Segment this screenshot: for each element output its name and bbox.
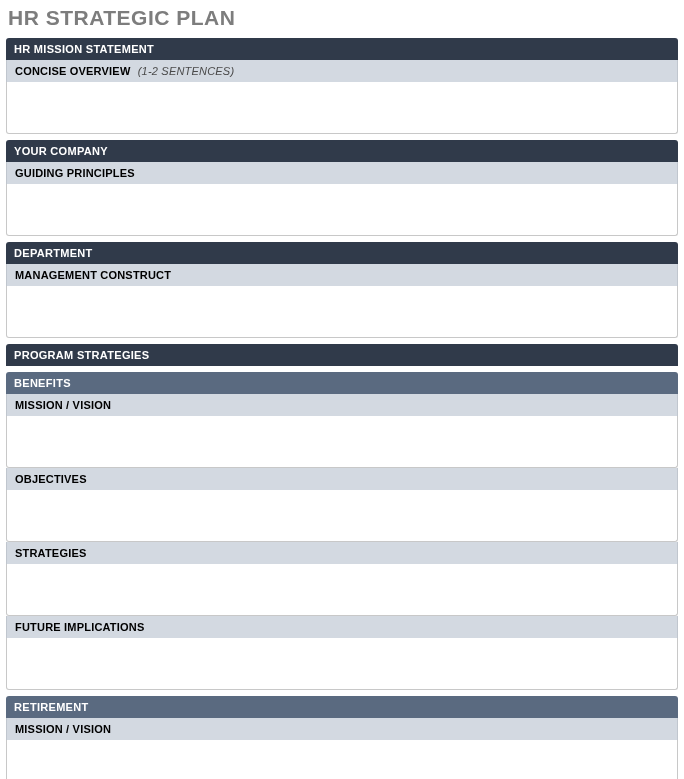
section-company-header: YOUR COMPANY [6,140,678,162]
section-mission-header: HR MISSION STATEMENT [6,38,678,60]
mission-content-area[interactable] [6,82,678,134]
benefits-mission-content[interactable] [6,416,678,468]
section-department-subtitle: MANAGEMENT CONSTRUCT [6,264,678,286]
benefits-future-content[interactable] [6,638,678,690]
benefits-strategies-row: STRATEGIES [6,542,678,616]
benefits-future-label: FUTURE IMPLICATIONS [6,616,678,638]
section-program-header: PROGRAM STRATEGIES [6,344,678,366]
section-department-header: DEPARTMENT [6,242,678,264]
benefits-mission-row: MISSION / VISION [6,394,678,468]
benefits-objectives-content[interactable] [6,490,678,542]
section-mission-subtitle: CONCISE OVERVIEW (1-2 SENTENCES) [6,60,678,82]
retirement-mission-label: MISSION / VISION [6,718,678,740]
benefits-strategies-label: STRATEGIES [6,542,678,564]
benefits-mission-label: MISSION / VISION [6,394,678,416]
benefits-strategies-content[interactable] [6,564,678,616]
section-department: DEPARTMENT MANAGEMENT CONSTRUCT [6,242,678,338]
benefits-future-row: FUTURE IMPLICATIONS [6,616,678,690]
section-mission: HR MISSION STATEMENT CONCISE OVERVIEW (1… [6,38,678,134]
company-content-area[interactable] [6,184,678,236]
benefits-header: BENEFITS [6,372,678,394]
subtitle-text: CONCISE OVERVIEW [15,65,130,77]
section-company: YOUR COMPANY GUIDING PRINCIPLES [6,140,678,236]
retirement-mission-row: MISSION / VISION [6,718,678,779]
retirement-mission-content[interactable] [6,740,678,779]
section-program: PROGRAM STRATEGIES BENEFITS MISSION / VI… [6,344,678,779]
benefits-objectives-row: OBJECTIVES [6,468,678,542]
retirement-header: RETIREMENT [6,696,678,718]
page-title: HR STRATEGIC PLAN [8,6,678,30]
subtitle-hint: (1-2 SENTENCES) [138,65,235,77]
department-content-area[interactable] [6,286,678,338]
benefits-objectives-label: OBJECTIVES [6,468,678,490]
section-company-subtitle: GUIDING PRINCIPLES [6,162,678,184]
